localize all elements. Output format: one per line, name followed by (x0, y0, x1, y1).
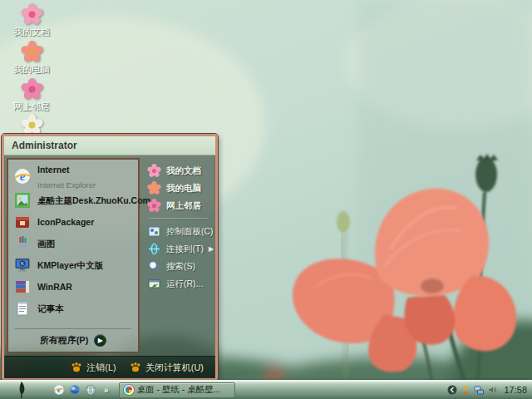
all-programs-button[interactable]: 所有程序(P) ▶ (10, 331, 136, 349)
pink-flower-icon (21, 3, 43, 26)
shut-down-button[interactable]: 关闭计算机(U) (130, 362, 204, 374)
menu-item-notepad[interactable]: 记事本 (10, 298, 136, 319)
svg-text:e: e (20, 170, 26, 183)
menu-item-search[interactable]: 搜索(S) (147, 258, 215, 275)
desktop-icon-network-places[interactable]: 网上邻居 (5, 78, 58, 111)
menu-item-my-computer[interactable]: 我的电脑 (147, 180, 215, 197)
menu-item-control-panel[interactable]: 控制面板(C) (147, 223, 215, 240)
start-menu: Administrator e Internet Internet Explor… (2, 134, 218, 381)
menu-item-internet[interactable]: e Internet Internet Explorer (10, 162, 136, 190)
menu-item-title: 桌酷主题Desk.ZhuoKu.Com (37, 195, 150, 205)
menu-item-title: KMPlayer中文版 (37, 260, 103, 270)
taskbar: e » 桌面 - 壁纸 - 桌酷壁... 17:58 (0, 380, 532, 399)
menu-item-label: 控制面板(C) (166, 226, 214, 238)
divider (149, 218, 209, 219)
pink-flower-icon (147, 164, 161, 178)
start-menu-footer: 注销(L) 关闭计算机(U) (4, 356, 215, 378)
paint-icon (13, 234, 32, 253)
start-button[interactable] (0, 381, 43, 399)
zhuoku-theme-icon (13, 191, 32, 209)
pink-rose-icon (21, 41, 43, 63)
log-off-label: 注销(L) (86, 362, 116, 374)
desktop: { "desktop": { "icons": [ {"label": "我的文… (0, 0, 532, 399)
task-button-wallpaper-window[interactable]: 桌面 - 壁纸 - 桌酷壁... (119, 382, 235, 398)
log-off-button[interactable]: 注销(L) (71, 362, 116, 374)
menu-item-label: 运行(R)... (166, 278, 203, 290)
internet-explorer-icon: e (13, 167, 32, 185)
menu-item-kmplayer[interactable]: K KMPlayer中文版 (10, 254, 136, 276)
menu-item-title: 画图 (37, 239, 55, 249)
run-icon (147, 277, 161, 291)
system-tray: 17:58 (447, 385, 532, 395)
control-panel-icon (147, 224, 161, 239)
desktop-icon-label: 我的电脑 (5, 64, 58, 74)
desktop-icon-my-computer[interactable]: 我的电脑 (5, 41, 58, 74)
menu-item-connect-to[interactable]: 连接到(T) ▶ (147, 240, 215, 258)
connect-to-icon (147, 242, 161, 256)
paw-icon (71, 362, 82, 373)
orange-app-icon[interactable] (461, 385, 470, 395)
network-status-icon[interactable] (474, 385, 484, 395)
search-icon (147, 259, 161, 273)
quick-launch-overflow-chevron[interactable]: » (101, 386, 112, 395)
volume-icon[interactable] (487, 385, 497, 395)
menu-item-iconpackager[interactable]: IconPackager (10, 211, 136, 233)
pink-blossom-icon (21, 78, 43, 101)
show-desktop-icon[interactable] (69, 384, 81, 396)
taskbar-clock: 17:58 (500, 385, 527, 395)
paw-icon (130, 362, 141, 373)
menu-item-zhuoku-theme[interactable]: 桌酷主题Desk.ZhuoKu.Com (10, 190, 136, 211)
menu-item-title: IconPackager (37, 217, 94, 227)
desktop-icon-label: 网上邻居 (5, 101, 58, 111)
quick-launch-bar: e » (43, 384, 116, 396)
all-programs-label: 所有程序(P) (40, 335, 89, 345)
notepad-icon (13, 299, 32, 318)
white-flower-icon (21, 114, 43, 136)
all-programs-arrow-icon: ▶ (94, 334, 106, 347)
divider (15, 328, 131, 329)
shut-down-label: 关闭计算机(U) (145, 362, 204, 374)
start-menu-pinned-panel: e Internet Internet Explorer 桌酷主题Desk.Zh… (7, 158, 140, 353)
menu-item-label: 搜索(S) (166, 261, 195, 273)
task-button-label: 桌面 - 壁纸 - 桌酷壁... (137, 384, 221, 396)
menu-item-subtitle: Internet Explorer (37, 180, 96, 190)
menu-item-title: 记事本 (37, 303, 64, 313)
kmplayer-icon: K (13, 256, 32, 274)
menu-item-title: Internet (37, 165, 70, 175)
desktop-icon-my-documents[interactable]: 我的文档 (5, 3, 58, 37)
menu-item-winrar[interactable]: WinRAR (10, 276, 136, 298)
svg-text:K: K (21, 261, 24, 266)
submenu-arrow-icon: ▶ (209, 245, 216, 253)
menu-item-label: 网上邻居 (166, 200, 201, 212)
spacer (10, 319, 136, 327)
pink-rose-icon (147, 181, 161, 195)
zhuoku-pinwheel-icon (124, 385, 134, 395)
collapse-tray-icon[interactable] (447, 385, 457, 395)
feather-start-icon (14, 382, 29, 398)
menu-item-label: 我的文档 (166, 165, 201, 177)
network-globe-icon[interactable] (85, 384, 96, 396)
desktop-icon-label: 我的文档 (5, 27, 58, 37)
menu-item-run[interactable]: 运行(R)... (147, 275, 215, 293)
menu-item-title: WinRAR (37, 282, 72, 292)
start-menu-user: Administrator (4, 136, 215, 155)
iconpackager-icon (13, 213, 32, 231)
menu-item-paint[interactable]: 画图 (10, 233, 136, 254)
winrar-icon (13, 278, 32, 296)
pink-blossom-icon (147, 199, 161, 213)
start-menu-places-panel: 我的文档 我的电脑 网上邻居 控制面板(C) (142, 155, 215, 356)
menu-item-label: 我的电脑 (166, 183, 201, 195)
menu-item-label: 连接到(T) (166, 244, 204, 255)
menu-item-network-places[interactable]: 网上邻居 (147, 197, 215, 214)
menu-item-my-documents[interactable]: 我的文档 (147, 162, 215, 180)
internet-explorer-icon[interactable]: e (53, 384, 65, 396)
